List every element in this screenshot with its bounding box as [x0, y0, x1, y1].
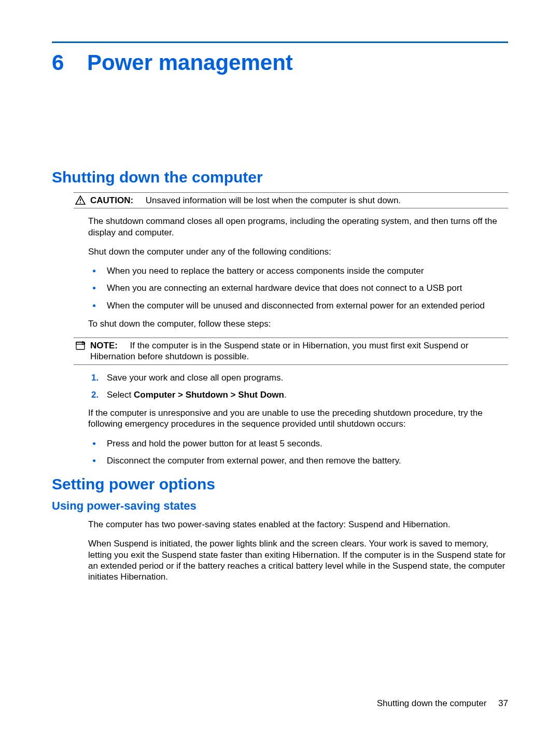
- paragraph: When Suspend is initiated, the power lig…: [88, 538, 508, 582]
- step-prefix: Select: [107, 390, 134, 400]
- bullet-list: Press and hold the power button for at l…: [88, 438, 508, 467]
- chapter-rule: [52, 41, 508, 43]
- note-callout: NOTE: If the computer is in the Suspend …: [74, 338, 508, 365]
- page-footer: Shutting down the computer 37: [377, 698, 508, 709]
- caution-label: CAUTION:: [90, 195, 133, 205]
- list-item: When you are connecting an external hard…: [88, 283, 508, 293]
- footer-section: Shutting down the computer: [377, 698, 487, 708]
- list-item: When you need to replace the battery or …: [88, 265, 508, 276]
- note-label: NOTE:: [90, 341, 118, 350]
- caution-callout: CAUTION: Unsaved information will be los…: [74, 192, 508, 208]
- bullet-list: When you need to replace the battery or …: [88, 265, 508, 311]
- note-body: NOTE: If the computer is in the Suspend …: [90, 340, 508, 362]
- caution-text: Unsaved information will be lost when th…: [146, 195, 401, 205]
- paragraph: If the computer is unresponsive and you …: [88, 407, 508, 430]
- subsection-title-power-saving: Using power-saving states: [52, 499, 508, 513]
- page-number: 37: [498, 698, 508, 708]
- step-list: Save your work and close all open progra…: [88, 372, 508, 401]
- note-text: If the computer is in the Suspend state …: [90, 341, 468, 361]
- chapter-heading: 6 Power management: [52, 50, 508, 75]
- section-title-power-options: Setting power options: [52, 475, 508, 493]
- section-title-shutdown: Shutting down the computer: [52, 168, 508, 186]
- content: Shutting down the computer CAUTION: Unsa…: [52, 168, 508, 582]
- paragraph: The computer has two power-saving states…: [88, 519, 508, 530]
- chapter-number: 6: [52, 50, 67, 75]
- caution-icon: [74, 195, 87, 205]
- list-item: When the computer will be unused and dis…: [88, 300, 508, 311]
- step-item: Select Computer > Shutdown > Shut Down.: [88, 389, 508, 400]
- step-item: Save your work and close all open progra…: [88, 372, 508, 383]
- step-suffix: .: [284, 390, 287, 400]
- chapter-title: Power management: [87, 50, 293, 75]
- caution-body: CAUTION: Unsaved information will be los…: [90, 195, 508, 206]
- paragraph: The shutdown command closes all open pro…: [88, 216, 508, 238]
- list-item: Press and hold the power button for at l…: [88, 438, 508, 449]
- list-item: Disconnect the computer from external po…: [88, 455, 508, 466]
- note-icon: [74, 340, 87, 351]
- page: 6 Power management Shutting down the com…: [0, 0, 560, 745]
- paragraph: Shut down the computer under any of the …: [88, 246, 508, 257]
- step-bold: Computer > Shutdown > Shut Down: [134, 390, 284, 400]
- paragraph: To shut down the computer, follow these …: [88, 318, 508, 329]
- svg-point-1: [80, 202, 81, 203]
